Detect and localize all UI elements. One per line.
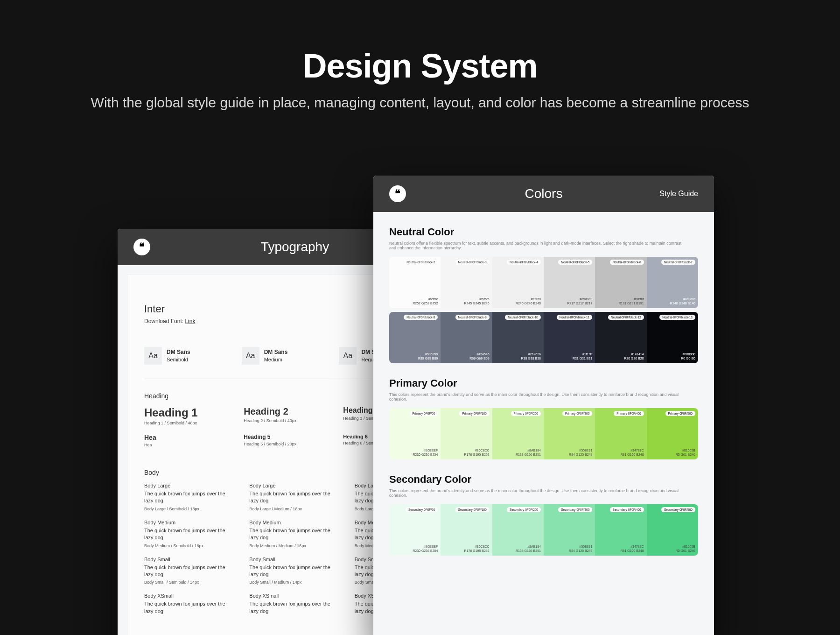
swatch-values: #34787CR81 G100 B248: [598, 448, 644, 457]
body-label: Body Medium: [249, 520, 340, 525]
swatch-values: #B0C8CCR176 G195 B252: [443, 544, 489, 553]
swatch-values: #000000R0 G0 B0: [650, 352, 695, 360]
body-pangram: The quick brown fox jumps over the lazy …: [249, 527, 340, 542]
download-font-link[interactable]: Link: [185, 318, 195, 325]
color-swatch: Neutral-0F0F/black-10#262626R38 G38 B38: [492, 312, 544, 363]
swatch-name: Primary-0F0F/400: [614, 411, 644, 416]
secondary-section: Secondary Color This colors represent th…: [389, 473, 698, 556]
color-swatch: Primary-0F0F/300#558E91R84 G125 B249: [544, 408, 595, 459]
color-swatch: Secondary-0F0F/300#558E91R84 G125 B249: [544, 504, 595, 556]
body-pangram: The quick brown fox jumps over the lazy …: [144, 527, 235, 542]
heading-spec: Heading 2 / Semibold / 40px: [244, 418, 343, 423]
body-sample: Body SmallThe quick brown fox jumps over…: [249, 557, 340, 585]
body-column: Body LargeThe quick brown fox jumps over…: [249, 483, 340, 623]
swatch-name: Neutral-0F0F/black-11: [557, 315, 593, 320]
swatch-name: Neutral-0F0F/black-6: [610, 260, 644, 265]
swatch-name: Secondary-0F0F/200: [507, 507, 541, 512]
body-spec: Body Small / Semibold / 14px: [144, 580, 235, 585]
color-swatch: Secondary-0F0F/500#01565BR0 G61 B246: [647, 504, 698, 556]
swatch-name: Neutral-0F0F/black-9: [455, 315, 490, 320]
neutral-swatches-light: Neutral-0F0F/black-2#fcfcfcR252 G252 B25…: [389, 257, 698, 308]
body-spec: Body Small / Medium / 14px: [249, 580, 340, 585]
color-swatch: Neutral-0F0F/black-8#595959R89 G89 B89: [389, 312, 441, 363]
swatch-name: Neutral-0F0F/black-2: [404, 260, 438, 265]
body-pangram: The quick brown fox jumps over the lazy …: [144, 564, 235, 579]
swatch-values: #8AB184R138 G166 B251: [495, 544, 541, 553]
body-sample: Body LargeThe quick brown fox jumps over…: [249, 483, 340, 511]
swatch-values: #454545R69 G69 B69: [443, 352, 489, 360]
swatch-name: Primary-0F0F/500: [665, 411, 695, 416]
swatch-values: #8AB184R138 G166 B251: [495, 448, 541, 457]
swatch-values: #f5f5f5R245 G245 B245: [443, 297, 489, 305]
color-swatch: Neutral-0F0F/black-6#bfbfbfR191 G191 B19…: [595, 257, 646, 308]
body-pangram: The quick brown fox jumps over the lazy …: [144, 600, 235, 615]
color-swatch: Neutral-0F0F/black-13#000000R0 G0 B0: [647, 312, 698, 363]
hero-block: Design System With the global style guid…: [0, 47, 840, 113]
color-swatch: Primary-0F0F/100#B0C8CCR176 G195 B252: [441, 408, 492, 459]
font-sample-glyph: Aa: [339, 347, 357, 365]
swatch-name: Neutral-0F0F/black-12: [608, 315, 644, 320]
heading-label: Heading 5: [244, 434, 343, 440]
swatch-name: Primary-0F0F/200: [511, 411, 541, 416]
swatch-name: Primary-0F0F/300: [562, 411, 592, 416]
swatch-name: Secondary-0F0F/500: [661, 507, 695, 512]
swatch-values: #141414R20 G20 B20: [598, 352, 644, 360]
color-swatch: Primary-0F0F/50#E6EEEFR230 G236 B254: [389, 408, 441, 459]
swatch-values: #8c8c8cR140 G140 B140: [650, 297, 695, 305]
heading-spec: Hea: [144, 443, 244, 447]
color-swatch: Secondary-0F0F/400#34787CR81 G100 B248: [595, 504, 646, 556]
swatch-name: Secondary-0F0F/50: [406, 507, 438, 512]
colors-header: ❝ Colors Style Guide: [373, 176, 714, 212]
quote-icon: ❝: [389, 185, 406, 202]
color-swatch: Neutral-0F0F/black-5#d9d9d9R217 G217 B21…: [544, 257, 595, 308]
swatch-name: Neutral-0F0F/black-8: [404, 315, 438, 320]
font-sample-label: DM SansSemibold: [167, 349, 190, 363]
heading-sample: Heading 5Heading 5 / Semibold / 20px: [244, 434, 343, 447]
swatch-name: Neutral-0F0F/black-4: [507, 260, 541, 265]
heading-spec: Heading 5 / Semibold / 20px: [244, 442, 343, 446]
color-swatch: Primary-0F0F/200#8AB184R138 G166 B251: [492, 408, 544, 459]
secondary-title: Secondary Color: [389, 473, 698, 486]
color-swatch: Neutral-0F0F/black-12#141414R20 G20 B20: [595, 312, 646, 363]
swatch-values: #595959R89 G89 B89: [392, 352, 438, 360]
swatch-name: Secondary-0F0F/400: [610, 507, 644, 512]
primary-swatches: Primary-0F0F/50#E6EEEFR230 G236 B254Prim…: [389, 408, 698, 459]
color-swatch: Neutral-0F0F/black-9#454545R69 G69 B69: [441, 312, 492, 363]
body-label: Body Large: [144, 483, 235, 488]
body-sample: Body LargeThe quick brown fox jumps over…: [144, 483, 235, 511]
body-sample: Body MediumThe quick brown fox jumps ove…: [249, 520, 340, 548]
body-label: Body Small: [144, 557, 235, 562]
swatch-values: #f0f0f0R240 G240 B240: [495, 297, 541, 305]
swatch-name: Secondary-0F0F/300: [558, 507, 592, 512]
swatch-values: #E6EEEFR230 G236 B254: [392, 448, 438, 457]
swatch-values: #01565BR0 G61 B246: [650, 448, 695, 457]
body-column: Body LargeThe quick brown fox jumps over…: [144, 483, 235, 623]
body-spec: Body Medium / Medium / 16px: [249, 543, 340, 548]
body-pangram: The quick brown fox jumps over the lazy …: [249, 490, 340, 505]
neutral-title: Neutral Color: [389, 226, 698, 238]
page-title: Design System: [0, 47, 840, 85]
color-swatch: Secondary-0F0F/200#8AB184R138 G166 B251: [492, 504, 544, 556]
swatch-values: #B0C8CCR176 G195 B252: [443, 448, 489, 457]
heading-label: Heading 2: [244, 406, 343, 417]
typography-title: Typography: [261, 240, 329, 254]
color-swatch: Primary-0F0F/400#34787CR81 G100 B248: [595, 408, 646, 459]
primary-title: Primary Color: [389, 377, 698, 389]
swatch-name: Secondary-0F0F/100: [455, 507, 490, 512]
swatch-values: #01565BR0 G61 B246: [650, 544, 695, 553]
swatch-values: #558E91R84 G125 B249: [546, 448, 592, 457]
swatch-values: #E6EEEFR230 G236 B254: [392, 544, 438, 553]
font-sample-glyph: Aa: [144, 347, 162, 365]
swatch-values: #fcfcfcR252 G252 B252: [392, 297, 438, 305]
body-label: Body Large: [249, 483, 340, 488]
primary-section: Primary Color This colors represent the …: [389, 377, 698, 459]
body-pangram: The quick brown fox jumps over the lazy …: [249, 600, 340, 615]
neutral-section: Neutral Color Neutral colors offer a fle…: [389, 226, 698, 363]
colors-card: ❝ Colors Style Guide Neutral Color Neutr…: [373, 176, 714, 635]
heading-spec: Heading 1 / Semibold / 48px: [144, 421, 244, 425]
font-sample-label: DM SansMedium: [264, 349, 288, 363]
swatch-name: Neutral-0F0F/black-13: [659, 315, 695, 320]
body-label: Body Small: [249, 557, 340, 562]
color-swatch: Secondary-0F0F/50#E6EEEFR230 G236 B254: [389, 504, 441, 556]
swatch-values: #1f1f1fR31 G31 B31: [546, 352, 592, 360]
